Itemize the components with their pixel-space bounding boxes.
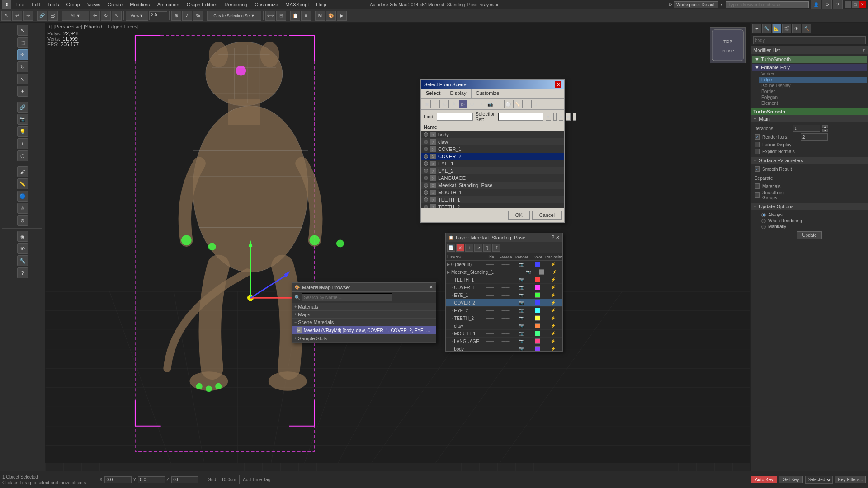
menu-maxscript[interactable]: MAXScript: [282, 1, 312, 8]
layer-item-10[interactable]: · LANGUAGE —— —— 📷 ⚡: [446, 338, 562, 345]
materials-category[interactable]: + Materials: [292, 303, 436, 311]
edge-subitem[interactable]: Edge: [759, 77, 867, 83]
measure-icon[interactable]: 📏: [17, 178, 28, 189]
manually-radio[interactable]: Manually: [761, 224, 864, 229]
add-selection-set[interactable]: +: [553, 113, 557, 121]
percent-snap[interactable]: %: [193, 11, 203, 21]
select-filter[interactable]: All ▼: [62, 11, 89, 21]
layers-items-list[interactable]: ▶ 0 (default) —— —— 📷 ⚡ ▶ Meerkat_Standi…: [446, 261, 562, 351]
maps-category[interactable]: + Maps: [292, 311, 436, 319]
turbosmooth-modifier[interactable]: ▼ TurboSmooth: [752, 56, 867, 63]
scene-material-item[interactable]: M Meerkat (VRayMtl) [body, claw, COVER_1…: [292, 326, 436, 335]
list-item-teeth2[interactable]: ▷ TEETH_2: [421, 203, 564, 208]
explicit-normals-checkbox[interactable]: [755, 149, 760, 154]
dlg-invert-btn[interactable]: ⊙: [441, 100, 449, 108]
undo-button[interactable]: ↩: [12, 11, 22, 21]
vertex-subitem[interactable]: Vertex: [759, 71, 867, 77]
camera-icon[interactable]: 📷: [17, 114, 28, 125]
layer-color-5[interactable]: [529, 300, 545, 305]
reactor-icon[interactable]: ⚛: [17, 203, 28, 214]
close-button[interactable]: ✕: [859, 1, 866, 8]
main-section[interactable]: Main: [751, 115, 868, 122]
layer-item-1[interactable]: ▶ Meerkat_Standing_(... —— —— 📷 ⚡: [446, 268, 562, 276]
layer-color-1[interactable]: [535, 269, 548, 275]
menu-graph-editors[interactable]: Graph Editors: [183, 1, 221, 8]
smooth-result-checkbox[interactable]: [755, 166, 760, 172]
cancel-button[interactable]: Cancel: [532, 211, 562, 220]
workspace-label[interactable]: Workspace: Default: [674, 1, 718, 8]
maximize-button[interactable]: □: [852, 1, 859, 8]
iterations-down[interactable]: ▼: [822, 129, 828, 132]
always-radio[interactable]: Always: [761, 212, 864, 217]
selection-set-dropdown[interactable]: ▼: [546, 113, 551, 121]
scene-materials-category[interactable]: − Scene Materials: [292, 319, 436, 326]
modify-tab[interactable]: 🔧: [762, 24, 771, 33]
iterations-input[interactable]: [793, 125, 820, 132]
layer-item-9[interactable]: · MOUTH_1 —— —— 📷 ⚡: [446, 330, 562, 338]
delete-layer-btn[interactable]: ✕: [456, 244, 464, 252]
utilities-icon[interactable]: 🔧: [17, 255, 28, 266]
list-item-eye2[interactable]: ▷ EYE_2: [421, 167, 564, 174]
menu-create[interactable]: Create: [104, 1, 126, 8]
snap-toggle[interactable]: ⊕: [171, 11, 181, 21]
menu-tools[interactable]: Tools: [44, 1, 63, 8]
layer-item-0[interactable]: ▶ 0 (default) —— —— 📷 ⚡: [446, 261, 562, 268]
scale-icon[interactable]: ⤡: [17, 74, 28, 84]
settings-icon[interactable]: ⚙: [822, 0, 832, 9]
link-icon[interactable]: 🔗: [17, 102, 28, 113]
set-key-button[interactable]: Set Key: [779, 476, 803, 483]
layer-manager[interactable]: 📋: [290, 11, 300, 21]
minimize-button[interactable]: ─: [845, 1, 851, 8]
ok-button[interactable]: OK: [508, 211, 530, 220]
unlink-tool[interactable]: ⛓: [48, 11, 58, 21]
layer-color-4[interactable]: [529, 292, 545, 298]
ribbon-toggle[interactable]: ≡: [301, 11, 311, 21]
selection-set-input[interactable]: [498, 113, 543, 121]
layer-color-6[interactable]: [529, 308, 545, 313]
layer-item-8[interactable]: · claw —— —— 📷 ⚡: [446, 322, 562, 330]
new-layer-btn[interactable]: 📄: [447, 244, 455, 252]
layer-color-7[interactable]: [529, 315, 545, 321]
layers-close-icon[interactable]: ✕: [556, 235, 560, 240]
render-button[interactable]: ▶: [337, 11, 347, 21]
material-editor[interactable]: M: [315, 11, 325, 21]
select-object-icon[interactable]: ↖: [17, 25, 28, 36]
dlg-geo-btn[interactable]: ▷: [459, 100, 467, 108]
list-item-teeth1[interactable]: ▷ TEETH_1: [421, 196, 564, 203]
surface-params-section[interactable]: Surface Parameters: [751, 157, 868, 164]
border-subitem[interactable]: Border: [759, 89, 867, 94]
layer-color-3[interactable]: [529, 285, 545, 290]
search-input[interactable]: [726, 1, 809, 8]
layers-help-icon[interactable]: ?: [552, 235, 554, 240]
align-tool[interactable]: ⊟: [276, 11, 286, 21]
list-item-eye1[interactable]: ▷ EYE_1: [421, 160, 564, 167]
key-mode-select[interactable]: Selected: [805, 476, 833, 484]
layer-item-7[interactable]: · TEETH_2 —— —— 📷 ⚡: [446, 314, 562, 322]
y-input[interactable]: [138, 476, 165, 483]
motion-tab[interactable]: 🎬: [782, 24, 791, 33]
shape-icon[interactable]: ⬡: [17, 150, 28, 161]
customize-tab-dialog[interactable]: Customize: [472, 89, 505, 98]
layer-color-9[interactable]: [529, 331, 545, 336]
list-item-mouth1[interactable]: ▷ MOUTH_1: [421, 189, 564, 196]
modifier-dropdown-icon[interactable]: ▼: [862, 48, 866, 52]
iterations-up[interactable]: ▲: [822, 125, 828, 128]
render-iters-input[interactable]: [801, 133, 828, 141]
named-selection[interactable]: Create Selection Set▼: [207, 11, 261, 21]
place-highlight-icon[interactable]: ✦: [17, 86, 28, 97]
element-subitem[interactable]: Element: [759, 100, 867, 106]
layer-item-3[interactable]: · COVER_1 —— —— 📷 ⚡: [446, 284, 562, 291]
layer-color-8[interactable]: [529, 323, 545, 328]
isolate-icon[interactable]: ◉: [17, 231, 28, 242]
isoline-subitem[interactable]: Isoline Display: [759, 83, 867, 89]
layer-color-11[interactable]: [529, 346, 545, 351]
find-input[interactable]: [437, 113, 473, 121]
move-tool[interactable]: ✛: [90, 11, 100, 21]
update-button[interactable]: Update: [797, 231, 821, 239]
angle-snap[interactable]: ∠: [182, 11, 192, 21]
list-item-body[interactable]: ▷ body: [421, 131, 564, 138]
navigation-cube[interactable]: TOP PERSP: [710, 27, 746, 63]
list-item-meerkat[interactable]: □ Meerkat_Standing_Pose: [421, 182, 564, 189]
dlg-cam-btn[interactable]: 📷: [486, 100, 494, 108]
light-icon[interactable]: 💡: [17, 126, 28, 137]
